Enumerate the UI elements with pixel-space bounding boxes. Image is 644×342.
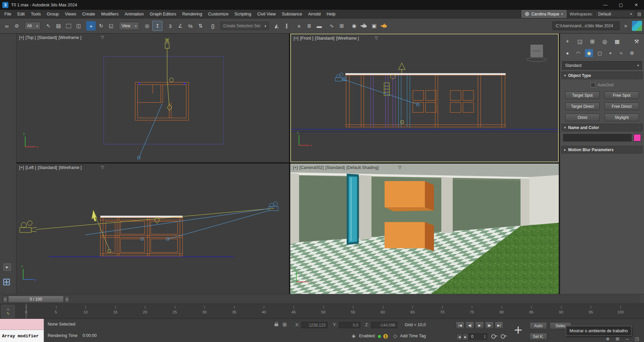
target-direct-button[interactable]: Target Direct bbox=[565, 102, 600, 110]
viewport-menu-plus[interactable]: [+] bbox=[19, 165, 24, 170]
menu-item-file[interactable]: File bbox=[1, 10, 14, 18]
geometry-category-icon[interactable]: ● bbox=[563, 49, 572, 57]
menu-item-customize[interactable]: Customize bbox=[205, 10, 231, 18]
workspace-select[interactable]: Default ▾ bbox=[595, 10, 635, 17]
user-account-menu[interactable]: Carolina Roque ▾ bbox=[522, 10, 566, 18]
create-tab-icon[interactable]: + bbox=[563, 37, 572, 45]
adaptive-degradation-icon[interactable]: ◈ bbox=[352, 333, 356, 339]
menu-item-help[interactable]: Help bbox=[324, 10, 338, 18]
rollout-name-and-color[interactable]: ▾ Name and Color ▫ bbox=[561, 124, 643, 131]
current-frame-field[interactable]: 0 ▲▼ bbox=[468, 333, 487, 340]
target-spot-button[interactable]: Target Spot bbox=[565, 91, 600, 99]
orange-shelf-upper[interactable] bbox=[385, 181, 434, 211]
absolute-mode-toggle-icon[interactable]: ⊞ bbox=[283, 322, 287, 328]
viewport-layout-tab-icon[interactable]: ⊞ bbox=[2, 276, 11, 288]
omni-button[interactable]: Omni bbox=[565, 114, 600, 121]
maximize-button[interactable]: ▢ bbox=[613, 0, 629, 10]
rollout-motion-blur[interactable]: ▸ Motion Blur Parameters ▫ bbox=[561, 146, 643, 154]
previous-frame-arrow[interactable]: < bbox=[3, 296, 8, 303]
expand-trackbar-button[interactable]: ▶ bbox=[3, 263, 11, 271]
workspace-menu-icon[interactable]: ▤ bbox=[637, 11, 641, 16]
per-view-filter-icon[interactable]: ▽ bbox=[101, 165, 104, 170]
viewport-menu-view[interactable]: [Front ] bbox=[300, 36, 313, 41]
viewport-left[interactable]: z y [+] [Left ] [Standard] [Wireframe ] … bbox=[16, 164, 289, 294]
create-selection-set-combo[interactable]: Create Selection Set ▾ bbox=[220, 22, 269, 30]
reference-coordinate-dropdown[interactable]: View ▾ bbox=[119, 22, 139, 30]
lights-category-icon[interactable]: ◉ bbox=[585, 49, 593, 57]
viewport-menu-standard[interactable]: [Standard] bbox=[326, 165, 345, 170]
track-bar[interactable]: ≡ ∿ 051015202530354045505560657075808590… bbox=[0, 303, 644, 318]
floor-plan-wireframe[interactable] bbox=[135, 82, 189, 120]
menu-item-substance[interactable]: Substance bbox=[279, 10, 305, 18]
spot-light-gizmo[interactable] bbox=[165, 38, 174, 111]
viewport-menu-standard[interactable]: [Standard] bbox=[38, 35, 57, 40]
spinner-down-icon[interactable]: ▼ bbox=[484, 337, 486, 339]
cabinet-wireframe[interactable] bbox=[345, 75, 506, 127]
viewport-camera[interactable]: y x [+] [Camera002] [Standard] [Default … bbox=[290, 164, 559, 294]
display-tab-icon[interactable]: ▦ bbox=[613, 37, 621, 45]
percent-snap-toggle-icon[interactable]: % bbox=[186, 21, 195, 31]
camera-gizmo-left[interactable] bbox=[20, 221, 37, 232]
viewport-menu-standard[interactable]: [Standard] bbox=[38, 165, 57, 170]
notification-badge[interactable]: 1 bbox=[383, 334, 388, 339]
toolbar-overflow-icon[interactable]: » bbox=[624, 23, 627, 29]
space-warps-category-icon[interactable]: ≈ bbox=[617, 49, 625, 57]
helpers-category-icon[interactable]: ⌖ bbox=[606, 49, 614, 57]
viewport-menu-shading[interactable]: [Wireframe ] bbox=[59, 165, 82, 170]
add-time-tag[interactable]: Add Time Tag bbox=[400, 334, 426, 338]
next-key-button[interactable]: ▶ bbox=[462, 334, 468, 340]
window-crossing-toggle-icon[interactable]: ◫ bbox=[74, 21, 83, 31]
cabinet-side-wireframe[interactable] bbox=[100, 218, 183, 256]
menu-item-civil-view[interactable]: Civil View bbox=[254, 10, 279, 18]
view-cube[interactable]: FRONT bbox=[527, 45, 547, 61]
max-home-icon[interactable] bbox=[632, 21, 642, 31]
menu-item-tools[interactable]: Tools bbox=[28, 10, 44, 18]
menu-item-edit[interactable]: Edit bbox=[14, 10, 28, 18]
per-view-filter-icon[interactable]: ▽ bbox=[398, 165, 401, 170]
menu-item-arnold[interactable]: Arnold bbox=[305, 10, 324, 18]
use-pivot-point-center-icon[interactable]: ◎ bbox=[142, 21, 152, 31]
key-mode-toggle-icon[interactable] bbox=[491, 334, 496, 339]
free-spot-button[interactable]: Free Spot bbox=[604, 91, 639, 99]
free-direct-button[interactable]: Free Direct bbox=[604, 102, 639, 110]
next-frame-button[interactable]: |▶ bbox=[485, 322, 494, 329]
viewport-top[interactable]: y x [+] [Top ] [Standard] [Wireframe ] ▽ bbox=[16, 34, 289, 162]
macro-recorder-pane[interactable] bbox=[0, 319, 44, 330]
utilities-tab-icon[interactable]: ⚒ bbox=[633, 37, 641, 45]
shapes-category-icon[interactable]: ◠ bbox=[574, 49, 582, 57]
left-viewport-canvas[interactable]: z y bbox=[16, 164, 289, 294]
menu-item-scripting[interactable]: Scripting bbox=[232, 10, 254, 18]
select-and-scale-icon[interactable]: ◱ bbox=[106, 21, 116, 31]
render-setup-icon[interactable] bbox=[359, 21, 369, 31]
pan-view-icon[interactable]: ↔ bbox=[624, 336, 631, 342]
select-object-icon[interactable]: ↖ bbox=[44, 21, 53, 31]
go-to-end-button[interactable]: ▶| bbox=[495, 322, 503, 329]
viewport-menu-view[interactable]: [Top ] bbox=[26, 35, 36, 40]
auto-key-button[interactable]: Auto bbox=[530, 322, 547, 329]
viewport-menu-view[interactable]: [Left ] bbox=[26, 165, 36, 170]
top-viewport-canvas[interactable]: y x bbox=[16, 34, 289, 162]
pillar-1[interactable] bbox=[290, 173, 299, 244]
toggle-scene-explorer-icon[interactable]: ≡ bbox=[294, 21, 304, 31]
menu-item-graph-editors[interactable]: Graph Editors bbox=[147, 10, 179, 18]
open-mini-curve-editor-button[interactable]: ≡ ∿ bbox=[1, 305, 15, 318]
mirror-icon[interactable]: ◭ bbox=[272, 21, 281, 31]
toggle-ribbon-icon[interactable]: ▬ bbox=[314, 21, 324, 31]
systems-category-icon[interactable]: ⚙ bbox=[628, 49, 636, 57]
object-name-input[interactable] bbox=[563, 134, 632, 141]
camera-target-line[interactable] bbox=[138, 104, 162, 159]
time-slider-thumb[interactable]: 0 / 100 bbox=[8, 296, 64, 303]
per-view-filter-icon[interactable]: ▽ bbox=[375, 36, 378, 40]
project-path-field[interactable]: C:\Users\carol...s\3ds Max 2024 bbox=[552, 22, 620, 30]
select-and-rotate-icon[interactable]: ↻ bbox=[96, 21, 106, 31]
pillar-3[interactable] bbox=[441, 177, 453, 233]
pillar-4[interactable] bbox=[521, 178, 529, 226]
orange-shelf-lower[interactable] bbox=[385, 222, 434, 251]
curve-editor-icon[interactable]: ∿ bbox=[327, 21, 336, 31]
modify-tab-icon[interactable]: ◲ bbox=[576, 37, 584, 45]
motion-tab-icon[interactable]: ◎ bbox=[601, 37, 609, 45]
menu-item-modifiers[interactable]: Modifiers bbox=[98, 10, 121, 18]
skylight-button[interactable]: Skylight bbox=[604, 114, 639, 121]
light-type-dropdown[interactable]: Standard ▾ bbox=[562, 61, 642, 70]
x-coordinate-field[interactable]: 1238,123 bbox=[301, 322, 328, 328]
